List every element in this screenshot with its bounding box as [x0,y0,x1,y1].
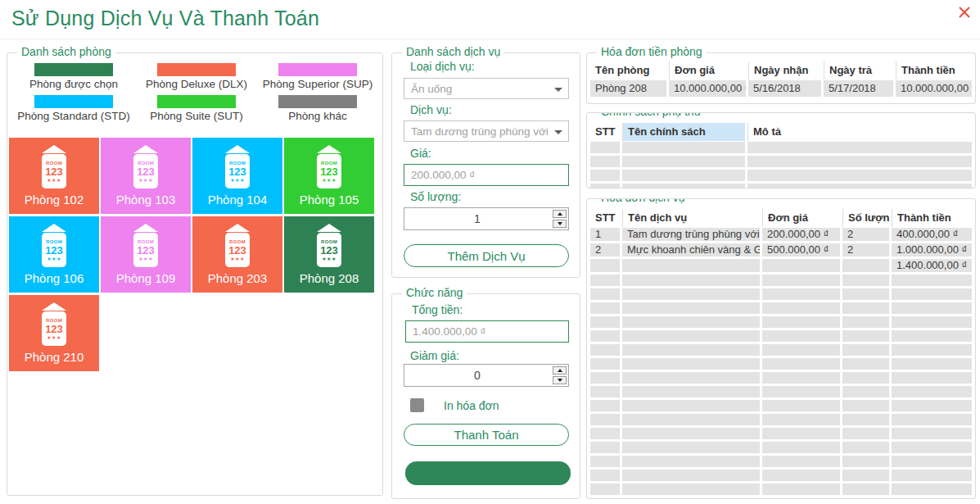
table-cell-empty [590,400,620,411]
table-cell-empty [762,302,840,314]
room-tile[interactable]: ROOM123★★★Phòng 203 [192,216,282,293]
table-cell-empty [762,414,840,425]
room-icon: ROOM123★★★ [225,145,250,188]
table-cell-empty [892,358,972,370]
service-invoice-panel: Hóa đơn dịch vụ STTTên dịch vụĐơn giáSố … [586,198,976,499]
table-cell-empty [842,400,889,411]
price-field[interactable]: 200.000,00 ₫ [404,164,569,186]
table-cell-empty [842,358,889,370]
room-icon-number: 123 [45,245,63,256]
room-tile[interactable]: ROOM123★★★Phòng 102 [9,138,99,214]
roof-icon [42,302,66,311]
column-header[interactable]: Ngày trả [824,61,893,79]
room-legend: Phòng được chọnPhòng Deluxe (DLX)Phòng S… [12,63,377,122]
table-row-empty [590,302,972,314]
spin-up-button[interactable] [553,366,567,375]
table-cell-empty [590,414,620,425]
close-button[interactable] [957,5,972,20]
table-cell: 500.000,00 ₫ [762,243,840,257]
column-header[interactable]: STT [590,209,620,227]
room-icon-text: ROOM [46,318,62,323]
legend-label: Phòng Suite (SUT) [150,110,242,122]
spin-down-button[interactable] [553,376,567,384]
room-icon: ROOM123★★★ [225,224,250,267]
service-type-select[interactable]: Ăn uống [404,78,569,99]
table-cell: Mực khoanh chiên vàng & G... [622,243,760,257]
table-row[interactable]: Phòng 20810.000.000,00 ₫5/16/20185/17/20… [590,80,972,97]
column-header[interactable]: Đơn giá [762,209,840,227]
discount-stepper[interactable]: 0 [404,364,569,387]
table-cell-empty [590,275,620,286]
table-cell: 400.000,00 ₫ [892,228,972,241]
table-cell-empty [892,484,972,495]
table-cell-empty [892,344,972,356]
table-header-row: Tên phòngĐơn giáNgày nhậnNgày trảThành t… [590,61,972,79]
room-icon: ROOM123★★★ [317,145,341,188]
room-tile[interactable]: ROOM123★★★Phòng 210 [9,295,99,371]
total-field[interactable]: 1.400.000,00 ₫ [405,320,569,343]
room-tile[interactable]: ROOM123★★★Phòng 103 [101,138,191,214]
surcharge-policy-panel: Chính sách phụ thu STTTên chính sáchMô t… [586,112,976,188]
table-row-empty [590,330,972,342]
table-cell [622,259,760,272]
column-header[interactable]: Thành tiền [896,61,972,79]
room-tile[interactable]: ROOM123★★★Phòng 106 [9,216,99,293]
room-icon-number: 123 [137,166,155,177]
quantity-stepper[interactable]: 1 [404,207,569,230]
print-invoice-checkbox[interactable] [410,398,424,412]
room-tile[interactable]: ROOM123★★★Phòng 109 [101,216,191,293]
table-cell-empty [842,442,889,453]
legend-item: Phòng Suite (SUT) [135,95,258,122]
table-cell-empty [842,330,889,342]
room-tile[interactable]: ROOM123★★★Phòng 208 [284,216,374,293]
spin-up-button[interactable] [553,210,567,218]
column-header[interactable]: Tên dịch vụ [622,209,760,227]
table-cell-empty [842,288,889,300]
table-row[interactable]: 1.400.000,00 ₫ [590,259,972,272]
add-service-button[interactable]: Thêm Dịch Vụ [404,244,569,267]
table-cell-empty [622,372,760,384]
table-row[interactable]: 2Mực khoanh chiên vàng & G...500.000,00 … [590,243,972,257]
green-filled-button[interactable] [405,461,571,485]
legend-swatch [34,63,113,76]
room-tile-label: Phòng 210 [25,350,84,364]
column-header[interactable]: Mô tả [747,123,972,141]
total-value: 1.400.000,00 ₫ [413,325,486,338]
room-icon-text: ROOM [138,239,154,244]
legend-label: Phòng được chọn [29,78,118,90]
room-icon: ROOM123★★★ [317,224,341,267]
table-cell-empty [590,484,620,495]
column-header[interactable]: Thành tiền [892,209,972,227]
room-icon-number: 123 [45,166,63,177]
table-cell: 2 [842,228,889,241]
service-select[interactable]: Tam dương trùng phùng với [404,120,569,142]
table-cell-empty [842,316,889,328]
table-cell-empty [622,386,760,397]
room-icon-stars: ★★★ [138,178,153,183]
roof-icon [133,145,158,153]
room-tile-label: Phòng 208 [300,271,359,285]
room-tile[interactable]: ROOM123★★★Phòng 105 [284,138,374,214]
room-tile[interactable]: ROOM123★★★Phòng 104 [192,138,282,214]
table-header-row: STTTên chính sáchMô tả [590,123,972,141]
quantity-label: Số lượng: [410,190,461,203]
pay-button[interactable]: Thanh Toán [404,424,569,446]
room-icon-stars: ★★★ [47,257,61,261]
table-cell-empty [622,414,760,425]
table-cell [762,259,840,272]
room-card-icon: ROOM123★★★ [42,311,66,346]
legend-label: Phòng khác [288,110,346,122]
table-cell-empty [747,170,972,181]
column-header[interactable]: Tên chính sách [622,123,745,141]
table-row[interactable]: 1Tam dương trùng phùng với...200.000,00 … [590,228,972,241]
room-icon: ROOM123★★★ [133,145,158,188]
column-header[interactable]: Tên phòng [590,61,666,79]
column-header[interactable]: STT [590,123,620,141]
spin-down-button[interactable] [553,220,567,228]
column-header[interactable]: Đơn giá [669,61,746,79]
table-header-row: STTTên dịch vụĐơn giáSố lượngThành tiền [590,209,972,227]
column-header[interactable]: Ngày nhận [748,61,821,79]
table-row-empty [590,428,972,439]
room-card-icon: ROOM123★★★ [133,154,158,188]
column-header[interactable]: Số lượng [842,209,889,227]
